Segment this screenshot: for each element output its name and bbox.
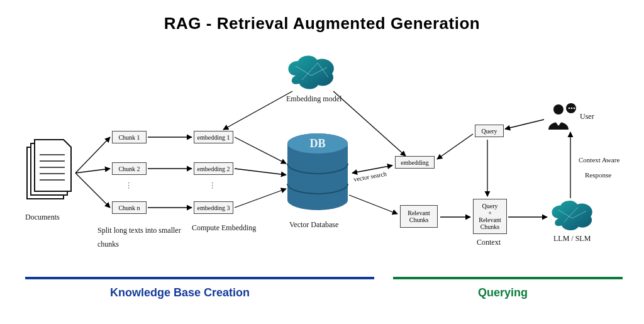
vdots-chunks: ···	[128, 181, 130, 189]
box-chunk-n: Chunk n	[112, 201, 147, 214]
svg-point-36	[569, 108, 570, 109]
box-embedding-3: embedding 3	[194, 201, 233, 214]
documents-icon	[22, 138, 75, 208]
vdots-embeddings: ···	[211, 181, 213, 189]
svg-point-37	[571, 108, 573, 109]
svg-line-12	[349, 195, 397, 214]
svg-point-38	[574, 108, 575, 109]
svg-line-6	[235, 137, 286, 164]
box-context: Query + Relevant Chunks	[473, 199, 507, 234]
user-label: User	[580, 112, 594, 121]
svg-line-16	[505, 120, 544, 129]
box-embedding-1: embedding 1	[194, 131, 233, 143]
svg-line-8	[235, 189, 286, 208]
box-chunk-2: Chunk 2	[112, 162, 147, 175]
svg-line-2	[75, 173, 110, 208]
svg-line-14	[437, 134, 473, 159]
context-aware-line1: Context Aware	[579, 156, 619, 164]
section-line-kb	[25, 277, 374, 279]
embedding-model-label: Embedding model	[286, 94, 341, 104]
svg-line-0	[75, 137, 110, 173]
svg-line-1	[75, 169, 110, 173]
context-aware-line2: Response	[585, 171, 611, 179]
brain-icon-embedding-model	[283, 53, 340, 91]
label-vector-search: vector search	[353, 170, 387, 182]
note-split: Split long texts into smaller chunks	[97, 223, 186, 251]
context-label: Context	[477, 238, 501, 247]
documents-label: Documents	[25, 213, 60, 222]
svg-text:DB: DB	[309, 137, 325, 150]
svg-line-7	[235, 169, 286, 175]
vector-database-label: Vector Database	[289, 220, 338, 230]
brain-icon-llm	[547, 198, 597, 233]
page-title: RAG - Retrieval Augmented Generation	[0, 14, 644, 33]
llm-label: LLM / SLM	[553, 234, 591, 243]
box-chunk-1: Chunk 1	[112, 131, 147, 143]
box-embedding-2: embedding 2	[194, 162, 233, 175]
svg-point-34	[553, 104, 564, 115]
section-label-query: Querying	[478, 286, 528, 299]
database-icon: DB	[283, 132, 352, 214]
note-compute: Compute Embedding	[192, 223, 256, 233]
user-icon	[546, 101, 577, 132]
box-right-embedding: embedding	[395, 156, 435, 169]
svg-line-9	[223, 91, 292, 130]
box-relevant-chunks: Relevant Chunks	[400, 205, 438, 228]
section-line-query	[393, 277, 623, 279]
section-label-kb: Knowledge Base Creation	[110, 286, 250, 299]
box-query: Query	[475, 125, 504, 137]
